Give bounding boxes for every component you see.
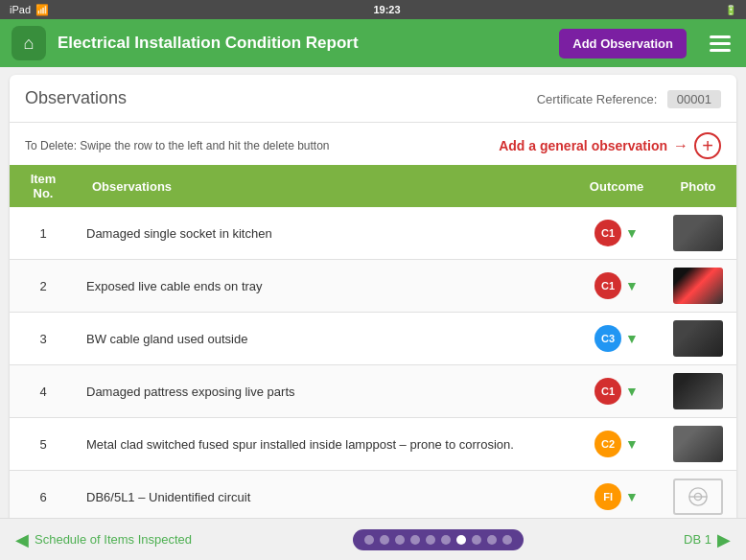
- cert-ref-value: 00001: [667, 90, 721, 108]
- status-left: iPad 📶: [10, 4, 49, 16]
- hamburger-line-1: [710, 35, 731, 38]
- next-label: DB 1: [684, 532, 711, 547]
- col-observations: Observations: [77, 165, 573, 207]
- cell-outcome[interactable]: C1 ▼: [573, 365, 660, 418]
- add-circle-button[interactable]: +: [694, 132, 721, 159]
- next-nav[interactable]: DB 1 ▶: [684, 529, 731, 550]
- page-dot[interactable]: [395, 535, 405, 545]
- cell-item-no: 1: [10, 207, 77, 260]
- cell-item-no: 4: [10, 365, 77, 418]
- col-outcome: Outcome: [573, 165, 660, 207]
- prev-label: Schedule of Items Inspected: [35, 532, 192, 547]
- footer: ◀ Schedule of Items Inspected DB 1 ▶: [0, 518, 746, 560]
- page-dot[interactable]: [380, 535, 389, 545]
- page-dot[interactable]: [410, 535, 420, 545]
- cell-obs-text: BW cable gland used outside: [77, 313, 573, 365]
- photo-thumbnail[interactable]: [673, 426, 723, 462]
- cell-item-no: 2: [10, 260, 77, 313]
- status-time: 19:23: [373, 4, 400, 15]
- table-row[interactable]: 2 Exposed live cable ends on tray C1 ▼: [10, 260, 736, 313]
- wifi-icon: 📶: [35, 4, 49, 16]
- cell-outcome[interactable]: FI ▼: [573, 471, 660, 524]
- outcome-badge[interactable]: FI: [594, 483, 621, 510]
- table-row[interactable]: 4 Damaged pattress exposing live parts C…: [10, 365, 736, 418]
- add-general-observation[interactable]: Add a general observation → +: [499, 132, 721, 159]
- app-header: ⌂ Electrical Installation Condition Repo…: [0, 19, 746, 67]
- next-arrow-icon: ▶: [717, 529, 731, 550]
- cell-photo[interactable]: [660, 365, 736, 418]
- outcome-dropdown-arrow[interactable]: ▼: [625, 278, 639, 293]
- observations-header: Observations Certificate Reference: 0000…: [10, 75, 736, 123]
- action-bar: To Delete: Swipe the row to the left and…: [10, 123, 736, 165]
- outcome-badge[interactable]: C3: [594, 325, 621, 352]
- outcome-dropdown-arrow[interactable]: ▼: [625, 489, 639, 504]
- outcome-dropdown-arrow[interactable]: ▼: [625, 331, 639, 346]
- cell-obs-text: Exposed live cable ends on tray: [77, 260, 573, 313]
- cell-photo[interactable]: [660, 260, 736, 313]
- outcome-dropdown-arrow[interactable]: ▼: [625, 384, 639, 399]
- observations-table: Item No. Observations Outcome Photo 1 Da…: [10, 165, 736, 524]
- cell-outcome[interactable]: C2 ▼: [573, 418, 660, 471]
- hamburger-line-2: [710, 42, 731, 45]
- page-dots: [353, 529, 524, 550]
- table-row[interactable]: 1 Damaged single socket in kitchen C1 ▼: [10, 207, 736, 260]
- cell-item-no: 6: [10, 471, 77, 524]
- page-dot[interactable]: [441, 535, 451, 545]
- cell-obs-text: DB6/5L1 – Unidentified circuit: [77, 471, 573, 524]
- table-row[interactable]: 3 BW cable gland used outside C3 ▼: [10, 313, 736, 365]
- outcome-badge[interactable]: C1: [594, 378, 621, 405]
- cell-photo[interactable]: [660, 207, 736, 260]
- prev-nav[interactable]: ◀ Schedule of Items Inspected: [15, 529, 192, 550]
- col-photo: Photo: [660, 165, 736, 207]
- cell-obs-text: Damaged single socket in kitchen: [77, 207, 573, 260]
- outcome-badge[interactable]: C1: [594, 220, 621, 246]
- page-dot[interactable]: [502, 535, 512, 545]
- menu-button[interactable]: [706, 32, 734, 56]
- add-general-label: Add a general observation: [499, 138, 667, 153]
- prev-arrow-icon: ◀: [15, 529, 29, 550]
- page-dot[interactable]: [456, 535, 466, 545]
- table-row[interactable]: 6 DB6/5L1 – Unidentified circuit FI ▼: [10, 471, 736, 524]
- photo-add-button[interactable]: [673, 478, 723, 515]
- cert-ref-area: Certificate Reference: 00001: [537, 90, 721, 107]
- page-dot[interactable]: [487, 535, 497, 545]
- cell-photo[interactable]: [660, 313, 736, 365]
- page-dot[interactable]: [472, 535, 481, 545]
- app-title: Electrical Installation Condition Report: [58, 34, 548, 53]
- cell-outcome[interactable]: C1 ▼: [573, 207, 660, 260]
- main-content: Observations Certificate Reference: 0000…: [10, 75, 736, 547]
- cell-item-no: 5: [10, 418, 77, 471]
- cell-photo[interactable]: [660, 471, 736, 524]
- device-label: iPad: [10, 4, 31, 15]
- cert-ref-label: Certificate Reference:: [537, 92, 658, 106]
- home-button[interactable]: ⌂: [12, 26, 46, 60]
- photo-thumbnail[interactable]: [673, 320, 723, 357]
- outcome-dropdown-arrow[interactable]: ▼: [625, 225, 639, 241]
- outcome-badge[interactable]: C1: [594, 272, 621, 299]
- page-dot[interactable]: [364, 535, 374, 545]
- col-item-no: Item No.: [10, 165, 77, 207]
- table-row[interactable]: 5 Metal clad switched fused spur install…: [10, 418, 736, 471]
- cell-obs-text: Metal clad switched fused spur installed…: [77, 418, 573, 471]
- table-header-row: Item No. Observations Outcome Photo: [10, 165, 736, 207]
- cell-obs-text: Damaged pattress exposing live parts: [77, 365, 573, 418]
- cell-outcome[interactable]: C3 ▼: [573, 313, 660, 365]
- hamburger-line-3: [710, 49, 731, 52]
- cell-item-no: 3: [10, 313, 77, 365]
- cell-photo[interactable]: [660, 418, 736, 471]
- page-dot[interactable]: [426, 535, 435, 545]
- plus-icon: +: [702, 136, 713, 155]
- observations-title: Observations: [25, 88, 127, 108]
- battery-icon: 🔋: [725, 5, 736, 15]
- add-observation-button[interactable]: Add Observation: [559, 29, 687, 58]
- home-icon: ⌂: [24, 34, 35, 54]
- photo-thumbnail[interactable]: [673, 268, 723, 304]
- delete-hint: To Delete: Swipe the row to the left and…: [25, 139, 330, 152]
- add-general-arrow-icon: →: [673, 137, 688, 154]
- outcome-badge[interactable]: C2: [594, 431, 621, 457]
- photo-thumbnail[interactable]: [673, 215, 723, 251]
- status-bar: iPad 📶 19:23 🔋: [0, 0, 746, 19]
- photo-thumbnail[interactable]: [673, 373, 723, 409]
- outcome-dropdown-arrow[interactable]: ▼: [625, 436, 639, 452]
- cell-outcome[interactable]: C1 ▼: [573, 260, 660, 313]
